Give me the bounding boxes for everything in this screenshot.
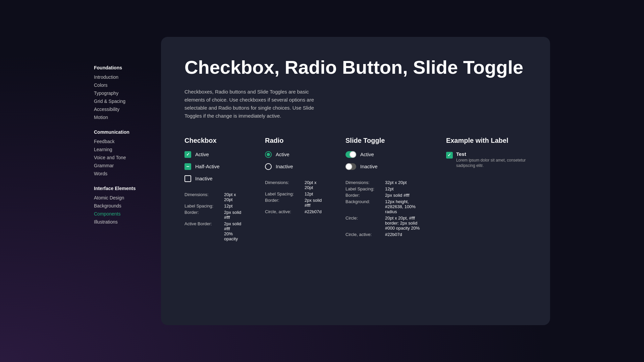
example-item: Test Lorem ipsum dolor sit amet, consete… [446,151,527,169]
toggle-active-label: Active [360,152,374,157]
checkbox-specs: Dimensions:20pt x 20pt Label Spacing:12p… [184,192,245,241]
page-title: Checkbox, Radio Button, Slide Toggle [184,57,527,78]
sidebar-item-typography[interactable]: Typography [94,89,154,97]
sidebar-item-grid-&-spacing[interactable]: Grid & Spacing [94,97,154,105]
toggle-inactive[interactable]: Inactive [345,163,426,170]
radio-specs: Dimensions:20pt x 20pt Label Spacing:12p… [265,180,325,214]
sidebar-item-colors[interactable]: Colors [94,81,154,89]
toggle-off-icon[interactable] [345,163,356,170]
toggle-inactive-label: Inactive [360,164,378,169]
checkbox-inactive[interactable]: Inactive [184,175,245,182]
radio-active-icon[interactable] [265,151,272,158]
sidebar-item-backgrounds[interactable]: Backgrounds [94,202,154,210]
example-title: Example with Label [446,137,527,144]
radio-active[interactable]: Active [265,151,325,158]
checkbox-inactive-label: Inactive [195,176,213,181]
slide-toggle-specs: Dimensions:32pt x 20pt Label Spacing:12p… [345,180,426,237]
sidebar-item-grammar[interactable]: Grammar [94,162,154,170]
example-checkbox-icon[interactable] [446,152,453,159]
checkbox-title: Checkbox [184,137,245,144]
slide-toggle-title: Slide Toggle [345,137,426,144]
sidebar-section-title: Communication [94,129,154,135]
sidebar-item-words[interactable]: Words [94,170,154,178]
sidebar-item-learning[interactable]: Learning [94,145,154,154]
example-item-label: Test [456,151,527,157]
radio-inactive[interactable]: Inactive [265,163,325,170]
radio-title: Radio [265,137,325,144]
sidebar-item-components[interactable]: Components [94,210,154,218]
toggle-on-icon[interactable] [345,151,356,158]
checkbox-active[interactable]: Active [184,151,245,158]
radio-active-label: Active [276,152,289,157]
example-column: Example with Label Test Lorem ipsum dolo… [446,137,527,169]
slide-toggle-column: Slide Toggle Active Inactive Dimensions:… [345,137,426,238]
toggle-active[interactable]: Active [345,151,426,158]
sidebar: FoundationsIntroductionColorsTypographyG… [94,37,161,325]
sidebar-section-title: Interface Elements [94,186,154,191]
radio-inactive-label: Inactive [276,164,293,169]
checkbox-active-label: Active [195,152,209,157]
sidebar-item-motion[interactable]: Motion [94,113,154,121]
checkbox-empty-icon[interactable] [184,175,191,182]
radio-column: Radio Active Inactive Dimensions:20pt x … [265,137,325,216]
main-content: Checkbox, Radio Button, Slide Toggle Che… [161,37,550,325]
sidebar-item-feedback[interactable]: Feedback [94,137,154,145]
checkbox-column: Checkbox Active Half-Active Inactive Dim… [184,137,245,243]
sidebar-item-atomic-design[interactable]: Atomic Design [94,194,154,202]
sidebar-section-title: Foundations [94,65,154,70]
checkbox-half-label: Half-Active [195,164,220,169]
checkbox-checked-icon[interactable] [184,151,191,158]
checkbox-half-icon[interactable] [184,163,191,170]
sidebar-item-accessibility[interactable]: Accessibility [94,105,154,113]
page-description: Checkboxes, Radio buttons and Slide Togg… [184,88,325,120]
sidebar-item-illustrations[interactable]: Illustrations [94,218,154,226]
sidebar-item-voice-and-tone[interactable]: Voice and Tone [94,154,154,162]
example-item-sublabel: Lorem ipsum dolor sit amet, consetetur s… [456,158,527,169]
sidebar-item-introduction[interactable]: Introduction [94,73,154,81]
checkbox-half[interactable]: Half-Active [184,163,245,170]
radio-inactive-icon[interactable] [265,163,272,170]
